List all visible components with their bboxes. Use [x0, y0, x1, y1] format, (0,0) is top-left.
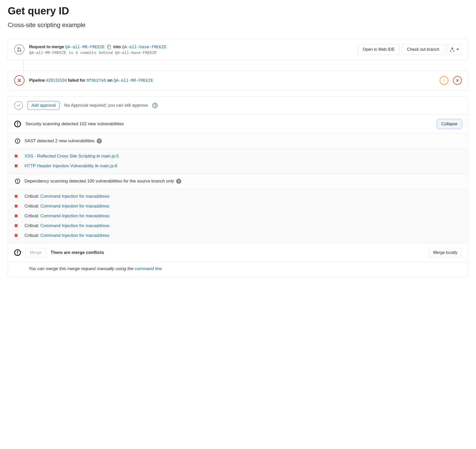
vuln-link[interactable]: HTTP Header Injection Vulnerability [24, 163, 94, 168]
vuln-link[interactable]: Command Injection for macaddress [40, 233, 109, 238]
merge-locally-button[interactable]: Merge locally [429, 248, 462, 257]
svg-point-5 [444, 81, 444, 81]
sast-help-icon[interactable]: ? [97, 138, 102, 144]
merge-request-header: Request to merge QA-all-MR-FREEZE into Q… [8, 39, 468, 60]
vuln-in-label: in [95, 163, 99, 168]
exclamation-icon [14, 138, 21, 144]
dep-vuln-item: ✖ Critical: Command Injection for macadd… [8, 221, 468, 231]
x-icon: ✖ [14, 163, 21, 169]
x-icon: ✖ [14, 203, 21, 209]
panel-connector [23, 60, 24, 70]
vuln-link[interactable]: XSS - Reflected Cross Site Scripting [24, 154, 95, 159]
vuln-link[interactable]: Command Injection for macaddress [40, 194, 109, 199]
pipeline-branch-link[interactable]: QA-all-MR-FREEZE [114, 78, 153, 83]
behind-text: QA-all-MR-FREEZE is 4 commits behind QA-… [29, 51, 353, 55]
merge-request-icon [14, 44, 24, 55]
x-icon: ✖ [14, 194, 21, 199]
pipeline-error-icon[interactable] [453, 76, 462, 85]
svg-rect-6 [444, 79, 444, 81]
mr-widget-panel: Add approval No Approval required; you c… [8, 96, 468, 277]
pipeline-warning-icon[interactable] [440, 76, 448, 85]
page-title: Get query ID [8, 5, 468, 17]
svg-rect-9 [17, 122, 18, 124]
x-icon: ✖ [14, 213, 21, 219]
vuln-link[interactable]: Command Injection for macaddress [40, 213, 109, 218]
merge-conflict-row: Merge There are merge conflicts Merge lo… [8, 243, 468, 262]
source-branch-link[interactable]: QA-all-MR-FREEZE [65, 45, 105, 49]
checkout-branch-button[interactable]: Check out branch [402, 44, 444, 55]
svg-rect-15 [17, 180, 18, 181]
vuln-location-link[interactable]: main.js:6 [100, 163, 117, 168]
collapse-button[interactable]: Collapse [437, 119, 462, 129]
exclamation-icon [14, 178, 21, 185]
vuln-severity: Critical: [24, 204, 39, 209]
approval-section: Add approval No Approval required; you c… [8, 96, 468, 115]
pipeline-commit-link[interactable]: 0f9b27e5 [86, 78, 106, 83]
svg-point-8 [17, 125, 18, 126]
download-icon [450, 47, 455, 53]
merge-request-panel: Request to merge QA-all-MR-FREEZE into Q… [8, 39, 468, 60]
vuln-link[interactable]: Command Injection for macaddress [40, 204, 109, 209]
dependency-vuln-list: ✖ Critical: Command Injection for macadd… [8, 189, 468, 243]
approval-help-icon[interactable]: ? [152, 103, 158, 108]
svg-point-1 [18, 50, 19, 52]
approval-status-text: No Approval required; you can still appr… [64, 103, 148, 108]
pipeline-failed-label: failed for [68, 78, 85, 82]
exclamation-icon [14, 249, 21, 256]
x-icon: ✖ [14, 153, 21, 159]
vuln-severity: Critical: [24, 233, 39, 238]
svg-point-14 [17, 182, 18, 183]
merge-button: Merge [26, 248, 46, 257]
request-to-merge-label: Request to merge [29, 45, 64, 49]
exclamation-icon [14, 121, 21, 127]
svg-rect-12 [17, 139, 18, 141]
security-header: Security scanning detected 102 new vulne… [8, 115, 468, 134]
sast-vuln-item: ✖ XSS - Reflected Cross Site Scripting i… [8, 151, 468, 161]
chevron-down-icon [456, 49, 459, 50]
sast-header-text: SAST detected 2 new vulnerabilities [24, 138, 95, 144]
vuln-severity: Critical: [24, 194, 39, 199]
target-branch-link[interactable]: QA-all-base-FREEZE [122, 45, 167, 49]
svg-point-17 [17, 254, 18, 255]
pipeline-panel: Pipeline #26131534 failed for 0f9b27e5 o… [8, 70, 468, 90]
x-icon: ✖ [14, 223, 21, 229]
dep-vuln-item: ✖ Critical: Command Injection for macadd… [8, 231, 468, 240]
svg-point-11 [17, 142, 18, 143]
svg-rect-18 [17, 251, 18, 253]
into-label: into [113, 45, 121, 49]
dependency-subheader: Dependency scanning detected 100 vulnera… [8, 174, 468, 189]
conflict-text: There are merge conflicts [51, 250, 104, 255]
open-web-ide-button[interactable]: Open in Web IDE [358, 44, 399, 55]
sast-vuln-list: ✖ XSS - Reflected Cross Site Scripting i… [8, 149, 468, 174]
svg-rect-4 [108, 46, 111, 49]
vuln-severity: Critical: [24, 223, 39, 228]
pipeline-on-label: on [108, 78, 113, 82]
sast-subheader: SAST detected 2 new vulnerabilities ? [8, 134, 468, 149]
command-line-link[interactable]: command line [135, 266, 162, 271]
page-subtitle: Cross-site scripting example [8, 21, 468, 29]
add-approval-button[interactable]: Add approval [28, 101, 60, 110]
vuln-link[interactable]: Command Injection for macaddress [40, 223, 109, 228]
svg-point-0 [18, 47, 19, 49]
svg-point-2 [20, 50, 21, 52]
vuln-location-link[interactable]: main.js:5 [101, 154, 119, 159]
vuln-in-label: in [97, 154, 100, 159]
manual-merge-text: You can merge this merge request manuall… [8, 262, 468, 277]
x-icon: ✖ [14, 233, 21, 238]
download-dropdown-button[interactable] [447, 44, 462, 55]
approval-check-icon [14, 101, 23, 110]
sast-vuln-item: ✖ HTTP Header Injection Vulnerability in… [8, 161, 468, 171]
vuln-severity: Critical: [24, 213, 39, 218]
dependency-header-text: Dependency scanning detected 100 vulnera… [24, 179, 174, 184]
pipeline-id-link[interactable]: #26131534 [46, 78, 67, 82]
dep-vuln-item: ✖ Critical: Command Injection for macadd… [8, 192, 468, 201]
dep-vuln-item: ✖ Critical: Command Injection for macadd… [8, 201, 468, 211]
pipeline-label: Pipeline [29, 78, 45, 82]
dep-vuln-item: ✖ Critical: Command Injection for macadd… [8, 211, 468, 221]
security-header-text: Security scanning detected 102 new vulne… [26, 121, 124, 127]
pipeline-failed-icon [14, 75, 24, 86]
dependency-help-icon[interactable]: ? [176, 179, 181, 184]
copy-branch-icon[interactable] [106, 45, 112, 50]
